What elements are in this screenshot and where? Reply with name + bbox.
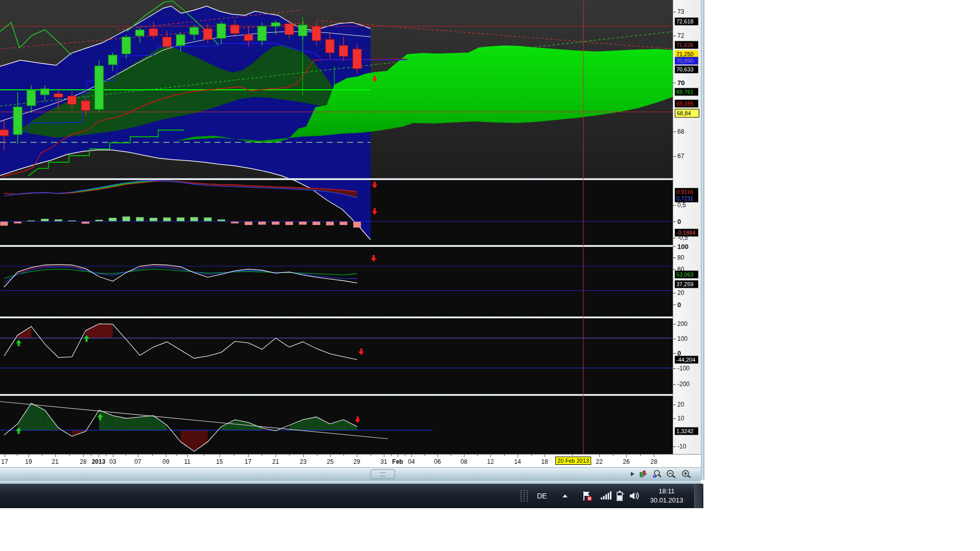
- time-axis[interactable]: 20 Feb 2013 1719212820130307091115172123…: [0, 454, 701, 468]
- language-indicator[interactable]: DE: [537, 484, 547, 508]
- time-axis-tick: [464, 455, 464, 457]
- time-axis-minor-tick: [289, 455, 290, 456]
- time-axis-minor-tick: [640, 455, 641, 456]
- time-axis-minor-tick: [17, 455, 17, 456]
- time-axis-label: 11: [184, 458, 190, 465]
- time-axis-tick: [398, 455, 398, 457]
- time-axis-label: 15: [216, 458, 223, 465]
- show-hidden-icons-button[interactable]: [561, 484, 569, 508]
- time-axis-tick: [384, 455, 384, 457]
- time-axis-label: 18: [541, 458, 548, 465]
- time-axis-tick: [357, 455, 357, 457]
- time-axis-label: 28: [650, 458, 657, 465]
- time-axis-label: 12: [487, 458, 494, 465]
- zoom-in-button[interactable]: [681, 469, 692, 479]
- thumb-grip-icon: [380, 472, 386, 477]
- time-axis-label: 28: [80, 458, 86, 465]
- time-axis-minor-tick: [451, 455, 451, 456]
- crosshair-date-label: 20 Feb 2013: [555, 457, 591, 465]
- time-axis-tick: [654, 455, 654, 457]
- time-axis-label: 29: [353, 458, 360, 465]
- time-axis-minor-tick: [126, 455, 126, 456]
- clock-time: 18:11: [642, 487, 691, 496]
- time-axis-tick: [491, 455, 491, 457]
- time-axis-minor-tick: [477, 455, 478, 456]
- desktop-screen: 737270686772,61871,62671,25070,99070,633…: [0, 0, 980, 551]
- time-axis-label: 25: [327, 458, 333, 465]
- zoom-out-button[interactable]: [666, 469, 677, 479]
- time-axis-minor-tick: [69, 455, 70, 456]
- time-axis-tick: [276, 455, 276, 457]
- clock[interactable]: 18:11 30.01.2013: [642, 487, 691, 511]
- time-axis-label: 21: [272, 458, 279, 465]
- time-axis-minor-tick: [572, 455, 573, 456]
- time-axis-tick: [599, 455, 600, 457]
- chart-plot-area[interactable]: [0, 0, 673, 454]
- time-axis-tick: [330, 455, 331, 457]
- time-axis-label: 03: [109, 458, 116, 465]
- action-center-button[interactable]: [582, 484, 593, 508]
- power-button[interactable]: [615, 484, 625, 508]
- time-axis-tick: [248, 455, 249, 457]
- time-axis-tick: [29, 455, 29, 457]
- price-value-label: -44,204: [675, 356, 698, 364]
- time-axis-minor-tick: [106, 455, 106, 456]
- time-axis-minor-tick: [391, 455, 391, 456]
- time-axis-label: 14: [514, 458, 521, 465]
- time-axis-minor-tick: [234, 455, 234, 456]
- price-value-label: -0,1884: [675, 229, 698, 237]
- price-value-label: 69,761: [675, 88, 698, 96]
- time-axis-tick: [411, 455, 412, 457]
- time-axis-label: Feb: [392, 458, 403, 465]
- chart-properties-button[interactable]: [638, 469, 649, 479]
- time-axis-minor-tick: [204, 455, 204, 456]
- time-axis-minor-tick: [177, 455, 177, 456]
- grip-dots-icon: [520, 489, 530, 503]
- time-axis-tick: [187, 455, 188, 457]
- zoom-range-button[interactable]: [651, 469, 663, 479]
- time-axis-tick: [166, 455, 166, 457]
- chart-canvas[interactable]: [0, 0, 673, 454]
- time-axis-minor-tick: [344, 455, 344, 456]
- zoom-out-icon: [666, 469, 677, 479]
- time-axis-tick: [55, 455, 56, 457]
- scroll-right-button[interactable]: [627, 469, 638, 479]
- window-right-border: [701, 0, 704, 480]
- scrollbar-thumb[interactable]: [371, 469, 395, 479]
- time-axis-tick: [437, 455, 438, 457]
- volume-button[interactable]: [629, 484, 640, 508]
- flag-x-icon: [582, 490, 593, 502]
- up-arrow-icon: [561, 493, 569, 498]
- signal-bars-icon: [600, 491, 611, 501]
- time-axis-minor-tick: [317, 455, 317, 456]
- time-axis-tick: [138, 455, 138, 457]
- price-value-label: 70,633: [675, 66, 698, 73]
- chart-scrollbar[interactable]: [0, 467, 701, 481]
- price-value-label: 68,84: [675, 109, 699, 118]
- price-scale[interactable]: 737270686772,61871,62671,25070,99070,633…: [673, 0, 701, 454]
- price-value-label: 37,259: [675, 281, 698, 288]
- empty-area: [0, 508, 704, 551]
- battery-plug-icon: [615, 490, 625, 502]
- time-axis-label: 22: [596, 458, 602, 465]
- time-axis-label: 23: [300, 458, 306, 465]
- zoom-in-icon: [681, 469, 692, 479]
- time-axis-minor-tick: [425, 455, 425, 456]
- time-axis-label: 19: [25, 458, 32, 465]
- time-axis-label: 07: [134, 458, 141, 465]
- taskbar[interactable]: DE: [0, 484, 703, 508]
- show-desktop-button[interactable]: [694, 484, 702, 508]
- chart-properties-icon: [639, 469, 648, 479]
- tray-grip-icon[interactable]: [520, 484, 530, 508]
- play-icon: [629, 471, 635, 477]
- time-axis-tick: [626, 455, 627, 457]
- time-axis-minor-tick: [531, 455, 532, 456]
- price-value-label: 53,063: [675, 271, 698, 279]
- time-axis-minor-tick: [91, 455, 91, 456]
- time-axis-label: 2013: [92, 458, 106, 465]
- time-axis-label: 17: [244, 458, 251, 465]
- time-axis-label: 09: [162, 458, 169, 465]
- price-value-label: 71,626: [675, 41, 698, 49]
- network-button[interactable]: [600, 484, 611, 508]
- time-axis-label: 21: [52, 458, 58, 465]
